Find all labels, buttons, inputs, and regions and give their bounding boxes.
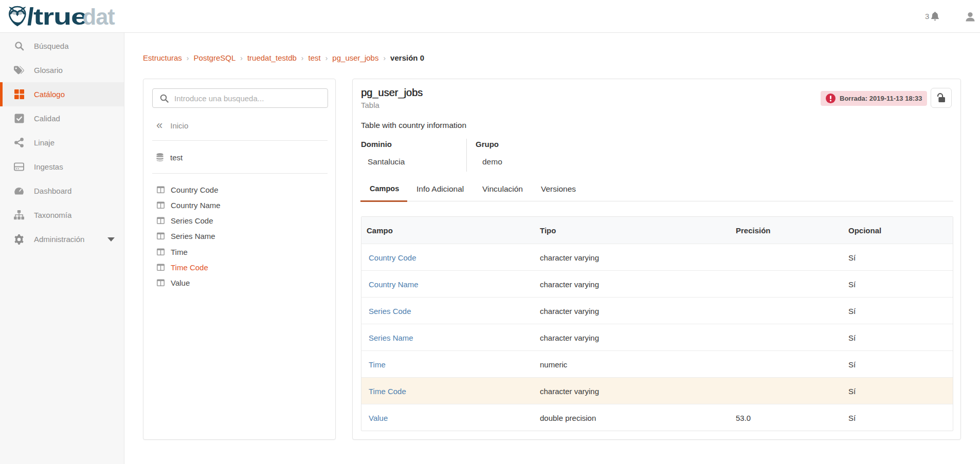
svg-text:true: true: [33, 6, 87, 28]
svg-text:dat: dat: [83, 6, 115, 28]
